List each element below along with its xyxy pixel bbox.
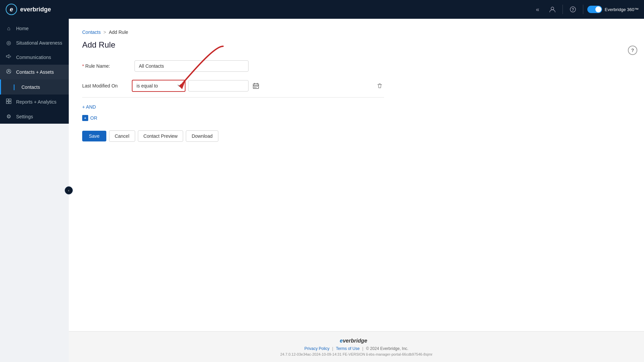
reports-icon [5,99,12,105]
navbar-divider-2 [583,5,583,14]
add-rule-form: * Rule Name: Last Modified On is equal t… [82,60,384,142]
sidebar-item-label: Settings [16,114,33,119]
svg-rect-16 [256,87,256,88]
sidebar-item-contacts[interactable]: | Contacts [0,79,69,95]
megaphone-icon [6,54,11,59]
svg-rect-14 [257,86,258,87]
sidebar-collapse-button[interactable]: ‹ [65,186,73,194]
contacts-sub-icon: | [11,83,17,90]
svg-text:e: e [10,6,13,13]
download-button[interactable]: Download [186,130,218,142]
svg-rect-8 [9,99,11,101]
user-icon [549,6,556,13]
sidebar: ⌂ Home ◎ Situational Awareness Communica… [0,19,69,124]
navbar: e everbridge « ? Everbridge 360™ [0,0,644,19]
navbar-left: e everbridge [5,3,51,15]
situational-awareness-icon: ◎ [5,40,12,46]
logo-icon: e [5,3,17,15]
save-button[interactable]: Save [82,131,106,141]
add-and-button[interactable]: + AND [82,103,96,111]
copyright-text: © 2024 Everbridge, Inc. [366,346,408,351]
sidebar-item-home[interactable]: ⌂ Home [0,21,69,36]
svg-rect-15 [254,87,255,88]
logo-text: everbridge [20,6,51,13]
navbar-right: « ? Everbridge 360™ [532,3,639,15]
svg-rect-13 [256,86,256,87]
sidebar-item-contacts-assets[interactable]: Contacts + Assets [0,65,69,79]
sidebar-item-settings[interactable]: ⚙ Settings [0,109,69,124]
add-or-button[interactable]: + OR [82,114,97,122]
sidebar-item-label: Communications [16,55,51,60]
help-button[interactable]: ? [567,3,579,15]
svg-text:?: ? [572,7,574,12]
svg-rect-10 [9,102,11,104]
svg-rect-7 [6,99,8,101]
page-title: Add Rule [82,40,631,50]
svg-rect-9 [6,102,8,104]
add-or-container: + OR [82,114,384,122]
condition-field-label: Last Modified On [82,83,129,88]
user-profile-button[interactable] [546,3,558,15]
person-circle-icon [6,69,11,74]
or-icon: + [82,115,88,121]
breadcrumb-separator: > [103,29,106,35]
breadcrumb-contacts-link[interactable]: Contacts [82,29,101,35]
active-indicator [0,79,1,95]
contact-preview-button[interactable]: Contact Preview [138,130,183,142]
everbridge360-toggle[interactable] [587,6,602,13]
svg-point-6 [8,70,9,71]
home-icon: ⌂ [5,25,12,32]
action-buttons: Save Cancel Contact Preview Download [82,130,384,142]
condition-row: Last Modified On is equal to is not equa… [82,80,384,98]
calendar-button[interactable] [251,81,261,90]
add-and-container: + AND [82,103,384,111]
communications-icon [5,54,12,61]
page-help-button[interactable]: ? [628,46,637,55]
condition-date-input[interactable] [188,80,249,92]
rule-name-input[interactable] [135,60,249,72]
sidebar-item-communications[interactable]: Communications [0,50,69,65]
sidebar-item-label: Home [16,26,29,31]
main-content: ? Contacts > Add Rule Add Rule * Rule Na… [69,19,644,362]
footer-everbridge-logo: everbridge [340,337,373,344]
sidebar-wrapper: ⌂ Home ◎ Situational Awareness Communica… [0,19,69,362]
footer: everbridge Privacy Policy | Terms of Use… [69,331,644,362]
collapse-button[interactable]: « [532,3,544,15]
sidebar-item-situational-awareness[interactable]: ◎ Situational Awareness [0,36,69,50]
footer-version: 24.7.0.12-03e34ac-2024-10-09-14:31 FE-VE… [74,352,639,357]
condition-operator-select[interactable]: is equal to is not equal to is before is… [132,80,185,92]
rule-name-label: * Rule Name: [82,63,129,69]
sidebar-item-label: Reports + Analytics [16,99,56,105]
content-area: ? Contacts > Add Rule Add Rule * Rule Na… [69,19,644,331]
or-label: OR [90,115,97,121]
cancel-button[interactable]: Cancel [109,130,135,142]
contacts-assets-icon [5,69,12,75]
sidebar-item-label: Situational Awareness [16,40,62,46]
calendar-icon [253,82,259,89]
annotation-arrow [129,40,236,107]
svg-rect-12 [254,86,255,87]
trash-icon [377,83,383,89]
app-body: ⌂ Home ◎ Situational Awareness Communica… [0,19,644,362]
terms-of-use-link[interactable]: Terms of Use [336,346,360,351]
navbar-divider [562,5,563,14]
breadcrumb: Contacts > Add Rule [82,29,631,35]
delete-condition-button[interactable] [375,81,384,90]
toggle-label: Everbridge 360™ [605,7,639,12]
footer-logo: everbridge [74,337,639,344]
required-marker: * [82,63,84,69]
breadcrumb-current: Add Rule [109,29,128,35]
svg-text:everbridge: everbridge [340,338,367,344]
sidebar-item-label: Contacts [21,84,40,90]
everbridge-logo: e everbridge [5,3,51,15]
privacy-policy-link[interactable]: Privacy Policy [305,346,330,351]
grid-icon [6,99,11,104]
help-circle-icon: ? [570,6,576,13]
settings-icon: ⚙ [5,113,12,120]
footer-links: Privacy Policy | Terms of Use | © 2024 E… [74,346,639,351]
svg-point-2 [551,7,554,10]
sidebar-item-label: Contacts + Assets [16,69,54,75]
sidebar-item-reports-analytics[interactable]: Reports + Analytics [0,95,69,109]
toggle-knob [595,6,601,12]
toggle-container: Everbridge 360™ [587,6,639,13]
